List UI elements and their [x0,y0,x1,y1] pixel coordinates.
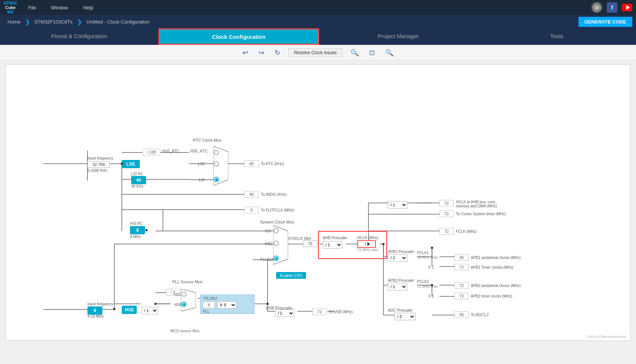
hse-dot2 [154,303,157,305]
lse-dot [121,163,123,165]
hclk-ahb-label: HCLK to AHB bus, core, memory and DMA (M… [456,200,501,208]
tab-project[interactable]: Project Manager [319,28,478,45]
lsi-rc-label: LSI RC [131,172,143,176]
lse-block[interactable]: LSE [122,160,140,168]
tab-tools[interactable]: Tools [478,28,636,45]
apb1-label: APB1 Prescaler [388,250,414,254]
hsi-rc-label: HSI RC [130,222,143,226]
enable-css-button[interactable]: Enable CSS [276,272,306,279]
fclk-out: 72 [439,228,454,235]
menu-help[interactable]: Help [83,5,93,10]
pll-box: *PLLMul 8 X 9 X 2 X 3 X 4 X 6 PLL [200,294,254,314]
adc-unit-label: To ADC1,2 [471,313,489,317]
pll-dot1 [266,303,269,305]
lsi-rc-block[interactable]: 40 [131,176,146,184]
hclk-label: HCLK (MHz) [357,236,379,240]
hclk-value: 72 [357,240,376,248]
tab-pinout[interactable]: Pinout & Configuration [0,28,158,45]
hse-div-select[interactable]: / 1 / 2 [142,307,158,314]
pll-src-hsi-radio[interactable] [181,291,186,297]
diagram-lines [6,65,630,340]
sys-pll-label: PLLCLK [260,257,274,262]
svg-marker-2 [626,5,630,10]
breadcrumb-device[interactable]: STM32F103C8Tx [31,19,77,25]
rtc-out-label: To RTC (KHz) [261,162,284,166]
pll-src-hse-radio[interactable] [181,302,186,307]
tab-bar: Pinout & Configuration Clock Configurati… [0,28,636,45]
zoom-out-button[interactable]: 🔍 [383,48,396,58]
resolve-clock-button[interactable]: Resolve Clock Issues [288,48,343,57]
sysclk-value: 72 [303,240,317,247]
pll-mul-select[interactable]: X 9 X 2 X 3 X 4 X 6 [217,301,237,309]
hse-rtc-line-label: HSE_RTC [190,149,208,153]
apb2-div-select[interactable]: / 1 / 2 / 4 / 8 / 16 [388,283,407,290]
sys-mux-label: System Clock Mux [260,220,294,224]
fit-button[interactable]: ⊡ [367,48,377,58]
apb1-timer-out: 72 [454,264,469,271]
hsi-rc-block[interactable]: 8 [130,226,145,234]
apb1-x2-label: X 2 [428,265,434,269]
cortex-div-select[interactable]: / 1 / 8 [388,201,407,209]
input-freq-bot-value[interactable]: 8 [87,306,102,315]
pclk1-label: PCLK1 [417,251,429,255]
hse-block[interactable]: HSE [122,306,137,314]
usb-out: 72 [312,308,327,315]
top-menu: File Window Help [28,5,93,10]
cortex-timer-out: 72 [439,210,454,217]
redo-button[interactable]: ↪ [256,48,266,58]
apb2-peri-out: 72 [454,282,469,289]
input-freq-top-unit: 0-1000 KHz [87,169,107,173]
version-icon: 10 [591,2,602,13]
apb2-timer-label: APB2 timer clocks (MHz) [471,294,512,298]
facebook-icon[interactable]: f [607,2,617,13]
clock-diagram: Input frequency 32.768 0-1000 KHz LSE / … [6,65,630,340]
sys-mux-hse-radio[interactable] [274,241,279,246]
pll-hse-label: HSE [174,303,182,307]
hclk-max: 72 MHz max [357,248,378,252]
iwdg-out-label: To IWDG (KHz) [261,192,287,197]
adc-out: 36 [454,311,469,318]
input-freq-bot-label: Input frequency [87,302,113,306]
breadcrumb-title[interactable]: Untitled - Clock Configuration [83,19,153,25]
zoom-in-button[interactable]: 🔍 [348,48,361,58]
pll-hsi-label: HSI [174,293,180,297]
apb1-peri-out: 36 [454,254,469,261]
logo-cube: Cube [5,5,16,10]
usb-div-select[interactable]: / 1 / 1.5 [275,309,294,317]
logo: STM32 Cube MX [4,1,17,14]
rtc-mux-lse-radio[interactable] [214,161,219,166]
tab-clock[interactable]: Clock Configuration [158,28,319,45]
apb2-dot [431,284,433,286]
rtc-mux-hse-radio[interactable] [214,150,219,155]
hse-rtc-label: HSE_RTC [162,149,180,153]
logo-stm: STM32 [4,1,17,5]
logo-mx: MX [7,10,13,14]
lse-line-label: LSE [198,162,205,166]
generate-code-button[interactable]: GENERATE CODE [578,17,632,27]
lsi-line-label: LSI [199,178,204,182]
iwdg-out-value: 40 [244,191,259,198]
refresh-button[interactable]: ↻ [272,48,283,58]
div128-block: / 128 [142,149,160,155]
hsi-rc-unit: 8 MHz [130,235,141,239]
breadcrumb-home[interactable]: Home [4,19,24,25]
sys-mux-pll-radio[interactable] [274,256,279,261]
sys-mux-hsi-radio[interactable] [274,228,279,233]
menu-window[interactable]: Window [51,5,68,10]
undo-button[interactable]: ↩ [240,48,250,58]
flitfclk-out-label: To FLITFCLK (MHz) [261,208,294,212]
rtc-mux-lsi-radio[interactable] [214,177,219,182]
menu-file[interactable]: File [28,5,36,10]
apb1-div-select[interactable]: / 2 / 1 / 4 / 8 / 16 [388,254,407,262]
lsi-rc-unit: 40 KHz [131,184,143,188]
apb2-peri-label: APB2 peripheral clocks (MHz) [471,284,521,288]
hsi-rc-dot [145,229,148,231]
youtube-icon[interactable] [622,4,632,11]
ahb-label: AHB Prescaler [323,236,348,240]
pll-value: 8 [203,302,215,308]
toolbar: ↩ ↪ ↻ Resolve Clock Issues 🔍 ⊡ 🔍 [0,45,636,61]
rtc-mux-label: RTC Clock Mux [193,138,222,142]
ahb-div-select[interactable]: / 1 / 2 / 4 / 8 / 16 [323,241,342,249]
hclk-ahb-out: 72 [439,200,454,207]
adc-div-select[interactable]: / 2 / 4 / 6 / 8 [395,313,416,320]
